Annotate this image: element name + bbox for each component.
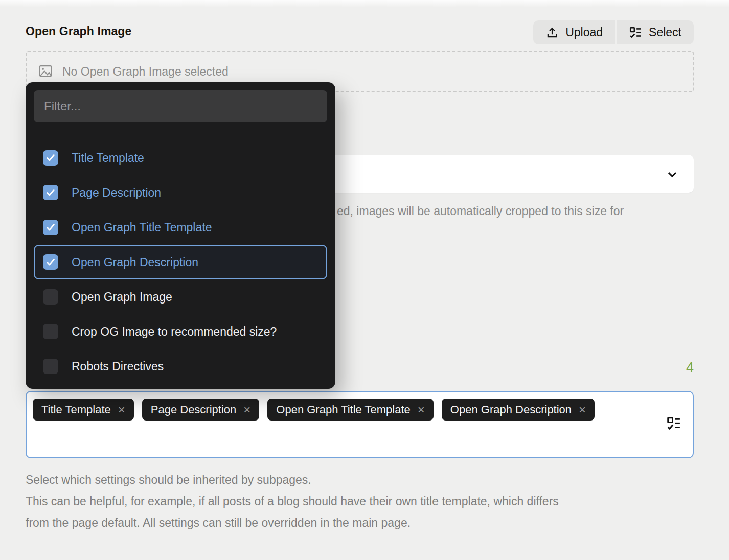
- tag: Open Graph Title Template×: [267, 399, 434, 421]
- dropdown-option[interactable]: Open Graph Title Template: [26, 210, 335, 245]
- remove-tag-icon[interactable]: ×: [579, 404, 586, 416]
- field-instructions: Select which settings should be inherite…: [26, 469, 700, 533]
- upload-button[interactable]: Upload: [533, 20, 615, 44]
- select-button-label: Select: [649, 26, 681, 39]
- image-icon: [38, 63, 53, 81]
- inherit-settings-field[interactable]: Title Template×Page Description×Open Gra…: [26, 391, 694, 458]
- tag-label: Open Graph Title Template: [276, 403, 411, 416]
- dropdown-option[interactable]: Title Template: [26, 141, 335, 175]
- option-label: Page Description: [72, 186, 161, 200]
- checkbox-checked[interactable]: [43, 150, 58, 166]
- instructions-line: This can be helpful, for example, if all…: [26, 491, 700, 512]
- checklist-icon[interactable]: [666, 416, 681, 433]
- settings-dropdown-panel: Title TemplatePage DescriptionOpen Graph…: [26, 82, 335, 389]
- checkbox-unchecked[interactable]: [43, 289, 58, 305]
- options-list: Title TemplatePage DescriptionOpen Graph…: [26, 131, 335, 384]
- dropdown-option[interactable]: Open Graph Image: [26, 279, 335, 314]
- selected-count-badge: 4: [686, 360, 694, 376]
- page-title: Open Graph Image: [26, 25, 131, 38]
- upload-button-label: Upload: [565, 26, 603, 39]
- dropzone-text: No Open Graph Image selected: [62, 65, 229, 79]
- instructions-line: Select which settings should be inherite…: [26, 469, 700, 491]
- option-label: Title Template: [72, 151, 144, 165]
- instructions-line: from the page default. All settings can …: [26, 512, 700, 533]
- dropdown-option[interactable]: Page Description: [26, 175, 335, 210]
- option-label: Open Graph Image: [72, 290, 172, 304]
- filter-input[interactable]: [34, 90, 327, 122]
- tag-label: Open Graph Description: [450, 403, 572, 416]
- option-label: Open Graph Description: [72, 255, 198, 269]
- crop-help-text: ed, images will be automatically cropped…: [337, 204, 624, 218]
- chevron-down-icon: [665, 167, 679, 183]
- tag: Open Graph Description×: [442, 399, 595, 421]
- remove-tag-icon[interactable]: ×: [118, 404, 125, 416]
- option-label: Open Graph Title Template: [72, 221, 212, 235]
- select-button[interactable]: Select: [617, 20, 694, 44]
- checkbox-checked[interactable]: [43, 185, 58, 200]
- checkbox-checked[interactable]: [43, 254, 58, 270]
- upload-icon: [545, 26, 559, 39]
- checkbox-unchecked[interactable]: [43, 324, 58, 339]
- tag: Page Description×: [142, 399, 260, 421]
- checkbox-checked[interactable]: [43, 220, 58, 235]
- tag-label: Page Description: [151, 403, 237, 416]
- option-label: Crop OG Image to recommended size?: [72, 325, 277, 339]
- asset-actions: Upload Select: [533, 20, 694, 44]
- filter-wrap: [26, 82, 335, 122]
- dropdown-option[interactable]: Robots Directives: [26, 349, 335, 384]
- option-label: Robots Directives: [72, 360, 164, 374]
- dropdown-option[interactable]: Crop OG Image to recommended size?: [26, 314, 335, 349]
- tag: Title Template×: [33, 399, 134, 421]
- checkbox-unchecked[interactable]: [43, 359, 58, 374]
- remove-tag-icon[interactable]: ×: [418, 404, 425, 416]
- dropdown-option[interactable]: Open Graph Description: [34, 245, 327, 279]
- checklist-icon: [629, 26, 642, 39]
- remove-tag-icon[interactable]: ×: [243, 404, 250, 416]
- tag-label: Title Template: [41, 403, 111, 416]
